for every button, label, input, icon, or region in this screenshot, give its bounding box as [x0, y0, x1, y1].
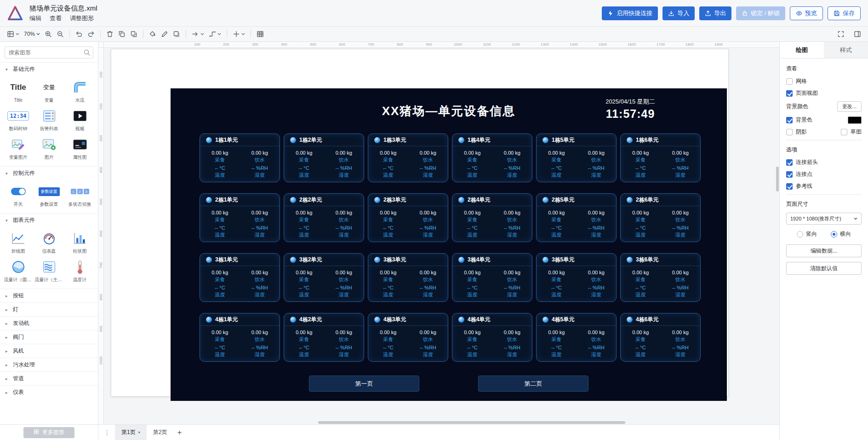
shape-alarm-list[interactable]: 告警列表: [34, 105, 64, 134]
unit-card[interactable]: 2栋2单元 0.00 kg 采食 -- °C 温度 0.00 kg 饮水 -- …: [284, 193, 364, 242]
view-menu-button[interactable]: [5, 29, 22, 39]
shape-image-add[interactable]: 图片: [34, 134, 64, 162]
panel-tab[interactable]: 绘图: [780, 42, 824, 58]
waypoint-style-button[interactable]: [206, 29, 223, 39]
pager-button[interactable]: 第一页: [309, 376, 419, 392]
unit-card[interactable]: 2栋6单元 0.00 kg 采食 -- °C 温度 0.00 kg 饮水 -- …: [620, 193, 701, 242]
section-header[interactable]: ▾基础元件: [0, 62, 98, 76]
horizontal-scrollbar-thumb[interactable]: [318, 421, 625, 424]
radio-button[interactable]: [831, 231, 837, 237]
insert-button[interactable]: [230, 29, 247, 39]
radio-横向[interactable]: 横向: [831, 230, 851, 238]
menu-item[interactable]: 查看: [50, 14, 62, 23]
checkbox-页面视图[interactable]: 页面视图: [786, 89, 862, 97]
page-tab[interactable]: 第2页: [147, 425, 174, 440]
section-header[interactable]: ▾控制元件: [0, 166, 98, 180]
unit-card[interactable]: 4栋6单元 0.00 kg 采食 -- °C 温度 0.00 kg 饮水 -- …: [620, 313, 701, 362]
edit-data-button[interactable]: 编辑数据...: [786, 244, 862, 257]
shape-flow-meter-cube[interactable]: 流量计（主方…: [34, 256, 64, 285]
unit-card[interactable]: 2栋3单元 0.00 kg 采食 -- °C 温度 0.00 kg 饮水 -- …: [368, 193, 448, 242]
search-input[interactable]: [5, 46, 93, 58]
undo-button[interactable]: [73, 29, 85, 39]
unit-card[interactable]: 1栋1单元 0.00 kg 采食 -- °C 温度 0.00 kg 饮水 -- …: [200, 133, 280, 182]
page-tab[interactable]: 第1页▾: [115, 425, 147, 440]
fullscreen-button[interactable]: [835, 29, 847, 39]
unit-card[interactable]: 3栋2单元 0.00 kg 采食 -- °C 温度 0.00 kg 饮水 -- …: [284, 253, 364, 302]
add-page-button[interactable]: +: [177, 428, 182, 437]
unit-card[interactable]: 1栋3单元 0.00 kg 采食 -- °C 温度 0.00 kg 饮水 -- …: [368, 133, 448, 182]
quick-connect-button[interactable]: 启用快捷连接: [602, 6, 658, 20]
send-to-back-button[interactable]: [128, 29, 140, 39]
shape-gauge[interactable]: 仪表盘: [34, 228, 64, 256]
shape-flow-meter-circle[interactable]: 流量计（圆形）: [3, 256, 34, 285]
page-size-select[interactable]: 1920 * 1080(推荐尺寸): [786, 213, 862, 225]
checkbox-网格[interactable]: 网格: [786, 77, 862, 85]
checkbox-参考线[interactable]: 参考线: [786, 182, 862, 190]
checkbox[interactable]: [786, 183, 793, 190]
checkbox-sketch[interactable]: 草图: [841, 128, 862, 136]
change-background-button[interactable]: 更改...: [837, 101, 862, 112]
shape-multi-state[interactable]: 123多状态切换: [64, 181, 95, 209]
checkbox-bg-color[interactable]: 背景色: [786, 116, 812, 124]
unit-card[interactable]: 4栋3单元 0.00 kg 采食 -- °C 温度 0.00 kg 饮水 -- …: [368, 313, 448, 362]
shape-water-flow[interactable]: 水流: [64, 77, 95, 105]
format-panel-toggle[interactable]: [851, 29, 863, 39]
unit-card[interactable]: 1栋2单元 0.00 kg 采食 -- °C 温度 0.00 kg 饮水 -- …: [284, 133, 364, 182]
shape-param-badge[interactable]: 参数设置参数设置: [34, 181, 64, 209]
clear-defaults-button[interactable]: 清除默认值: [786, 262, 862, 275]
shadow-button[interactable]: [171, 29, 183, 39]
bring-to-front-button[interactable]: [116, 29, 128, 39]
section-header[interactable]: ▸发动机: [0, 316, 98, 330]
section-header[interactable]: ▸风机: [0, 344, 98, 358]
more-shapes-button[interactable]: 更多图形: [23, 427, 74, 438]
shadow-checkbox[interactable]: [786, 129, 793, 135]
panel-tab[interactable]: 样式: [824, 42, 868, 58]
import-button[interactable]: 导入: [662, 6, 695, 20]
checkbox-连接点[interactable]: 连接点: [786, 170, 862, 178]
unit-card[interactable]: 3栋6单元 0.00 kg 采食 -- °C 温度 0.00 kg 饮水 -- …: [620, 253, 701, 302]
section-header[interactable]: ▸按钮: [0, 289, 98, 302]
drawing-page[interactable]: XX猪场—单元设备信息 2025/04/15 星期二 11:57:49 1栋1单…: [111, 49, 729, 397]
radio-button[interactable]: [797, 231, 803, 237]
unit-card[interactable]: 3栋1单元 0.00 kg 采食 -- °C 温度 0.00 kg 饮水 -- …: [200, 253, 280, 302]
section-header[interactable]: ▸灯: [0, 302, 98, 316]
section-header[interactable]: ▾图表元件: [0, 213, 98, 227]
unit-card[interactable]: 4栋2单元 0.00 kg 采食 -- °C 温度 0.00 kg 饮水 -- …: [284, 313, 364, 362]
section-header[interactable]: ▸管道: [0, 371, 98, 385]
section-header[interactable]: ▸污水处理: [0, 358, 98, 371]
checkbox[interactable]: [786, 78, 793, 85]
unit-card[interactable]: 3栋4单元 0.00 kg 采食 -- °C 温度 0.00 kg 饮水 -- …: [452, 253, 532, 302]
menu-item[interactable]: 编辑: [29, 14, 41, 23]
preview-button[interactable]: 预览: [790, 6, 823, 20]
shape-attribute-image[interactable]: 属性图: [64, 134, 95, 162]
unit-card[interactable]: 4栋1单元 0.00 kg 采食 -- °C 温度 0.00 kg 饮水 -- …: [200, 313, 280, 362]
sketch-checkbox[interactable]: [841, 129, 847, 135]
section-header[interactable]: ▸阀门: [0, 330, 98, 344]
shape-bar-chart[interactable]: 柱状图: [64, 228, 95, 256]
checkbox-连接箭头[interactable]: 连接箭头: [786, 158, 862, 166]
shape-toggle-switch[interactable]: 开关: [3, 181, 34, 209]
export-button[interactable]: 导出: [699, 6, 731, 20]
lock-button[interactable]: 锁定 / 解锁: [736, 6, 785, 20]
unit-card[interactable]: 2栋1单元 0.00 kg 采食 -- °C 温度 0.00 kg 饮水 -- …: [200, 193, 280, 242]
menu-item[interactable]: 调整图形: [70, 14, 94, 23]
unit-card[interactable]: 3栋3单元 0.00 kg 采食 -- °C 温度 0.00 kg 饮水 -- …: [368, 253, 448, 302]
unit-card[interactable]: 4栋4单元 0.00 kg 采食 -- °C 温度 0.00 kg 饮水 -- …: [452, 313, 532, 362]
fill-color-button[interactable]: [147, 29, 159, 39]
shape-digital-clock[interactable]: 12:34数码时钟: [3, 105, 34, 134]
unit-card[interactable]: 4栋5单元 0.00 kg 采食 -- °C 温度 0.00 kg 饮水 -- …: [536, 313, 617, 362]
shape-line-chart[interactable]: 折线图: [3, 228, 34, 256]
shape-variable-shape[interactable]: 变量变量: [34, 77, 64, 105]
connection-style-button[interactable]: [189, 29, 206, 39]
search-icon[interactable]: [83, 49, 91, 58]
unit-card[interactable]: 2栋5单元 0.00 kg 采食 -- °C 温度 0.00 kg 饮水 -- …: [536, 193, 617, 242]
vertical-scrollbar-thumb[interactable]: [776, 167, 779, 191]
dashboard-shape[interactable]: XX猪场—单元设备信息 2025/04/15 星期二 11:57:49 1栋1单…: [171, 88, 727, 401]
shape-video[interactable]: 视频: [64, 105, 95, 134]
line-style-button[interactable]: [159, 29, 171, 39]
unit-card[interactable]: 2栋4单元 0.00 kg 采食 -- °C 温度 0.00 kg 饮水 -- …: [452, 193, 532, 242]
section-header[interactable]: ▸仪表: [0, 385, 98, 399]
checkbox[interactable]: [786, 171, 793, 178]
pager-button[interactable]: 第二页: [478, 376, 588, 392]
zoom-select[interactable]: 70%: [22, 29, 42, 39]
